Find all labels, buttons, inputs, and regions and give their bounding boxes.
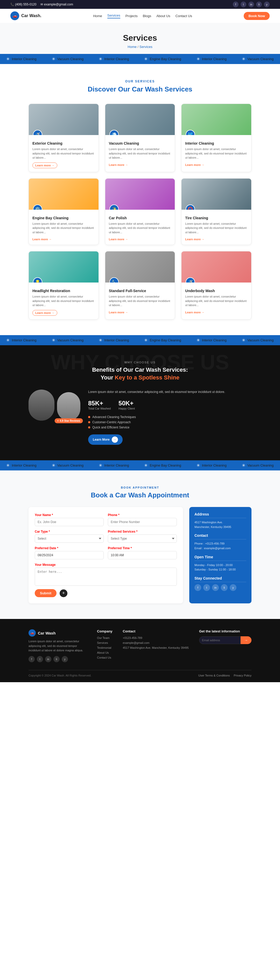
stat-clients-num: 50K+	[118, 400, 135, 407]
service-card-interior: 🪣 Interior Cleaning Lorem ipsum dolor si…	[181, 104, 251, 172]
service-learn-more-vacuum[interactable]: Learn more →	[109, 163, 128, 166]
ticker-3: ✳ Interior Cleaning ✳ Vacuum Cleaning ✳ …	[0, 460, 280, 471]
privacy-link[interactable]: Privacy Policy	[234, 674, 251, 677]
stat-cars-num: 85K+	[88, 400, 111, 407]
service-learn-more-polish[interactable]: Learn more →	[109, 238, 128, 241]
service-learn-more-underbody[interactable]: Learn more →	[185, 311, 204, 314]
info-youtube-icon[interactable]: y	[230, 584, 237, 591]
footer-logo: 🚗 Car Wash	[29, 629, 87, 636]
why-title-colored: Key to a Spotless Shine	[115, 374, 180, 381]
ticker3-item-6: ✳ Vacuum Cleaning	[242, 463, 274, 468]
form-group-car-type: Car Type * Select	[35, 530, 104, 543]
footer-twitter-icon[interactable]: t	[37, 656, 43, 662]
service-card-polish: ✨ Car Polish Lorem ipsum dolor sit amet,…	[105, 178, 175, 245]
service-learn-more-tire[interactable]: Learn more →	[185, 238, 204, 241]
footer-company-link-4[interactable]: Contact Us	[97, 656, 112, 659]
form-plus-button[interactable]: +	[60, 589, 67, 597]
review-badge-text: 4.9 Star Reviews	[60, 419, 80, 422]
service-card-img-tire: ⭕	[181, 178, 251, 210]
review-plus-icon: +	[57, 419, 59, 422]
service-learn-more-engine[interactable]: Learn more →	[32, 238, 52, 241]
service-card-desc-engine: Lorem ipsum dolor sit amet, consectetur …	[32, 222, 95, 235]
linkedin-icon[interactable]: li	[256, 2, 262, 7]
footer-youtube-icon[interactable]: y	[62, 656, 68, 662]
footer-company-link-1[interactable]: Services	[97, 641, 112, 644]
ticker-item-3: ✳ Interior Cleaning	[99, 57, 129, 61]
contact-title: Contact	[194, 533, 246, 539]
info-twitter-icon[interactable]: t	[203, 584, 210, 591]
contact-details: Phone : +0123-456-789 Email : example@gm…	[194, 541, 246, 550]
footer-linkedin-icon[interactable]: li	[53, 656, 60, 662]
info-instagram-icon[interactable]: in	[212, 584, 219, 591]
stat-clients: 50K+ Happy Client	[118, 400, 135, 410]
breadcrumb-home[interactable]: Home	[127, 45, 137, 49]
ticker-item-4: ✳ Engine Bay Cleaning	[144, 57, 181, 61]
nav-contact[interactable]: Contact Us	[175, 14, 192, 18]
review-badge: + 4.9 Star Reviews	[55, 418, 83, 423]
date-input[interactable]	[35, 551, 104, 559]
nav-projects[interactable]: Projects	[126, 14, 138, 18]
twitter-icon[interactable]: t	[240, 2, 246, 7]
footer-legal-links: User Terms & Conditions Privacy Policy	[195, 674, 251, 677]
service-card-desc-underbody: Lorem ipsum dolor sit amet, consectetur …	[185, 294, 248, 307]
info-linkedin-icon[interactable]: li	[221, 584, 228, 591]
name-input[interactable]	[35, 518, 104, 526]
nav-home[interactable]: Home	[93, 14, 102, 18]
youtube-icon[interactable]: y	[264, 2, 270, 7]
nav-services[interactable]: Services	[107, 13, 120, 18]
footer-instagram-icon[interactable]: in	[45, 656, 51, 662]
newsletter-input-row: →	[199, 636, 251, 644]
time-input[interactable]	[108, 551, 177, 559]
service-card-body-exterior: Exterior Cleaning Lorem ipsum dolor sit …	[29, 135, 99, 172]
message-textarea[interactable]	[35, 568, 177, 586]
service-icon-underbody: 🚿	[186, 277, 195, 283]
footer-company-link-3[interactable]: About Us	[97, 651, 112, 654]
ticker2-item-5: ✳ Interior Cleaning	[197, 338, 227, 343]
footer-newsletter-title: Get the latest information	[199, 629, 251, 633]
footer-company-link-0[interactable]: Our Team	[97, 636, 112, 640]
footer-company-link-2[interactable]: Testimonial	[97, 646, 112, 649]
why-features-list: Advanced Cleaning TechniquesCustomer-Cen…	[88, 415, 251, 429]
breadcrumb-current: Services	[140, 45, 153, 49]
message-label: Your Message	[35, 563, 177, 566]
learn-more-arrow-icon: →	[112, 436, 118, 443]
car-type-select[interactable]: Select	[35, 535, 104, 543]
service-learn-more-headlight[interactable]: Learn more →	[32, 310, 57, 316]
book-now-button[interactable]: Book Now	[244, 12, 270, 20]
main-nav: Home Services Projects Blogs About Us Co…	[93, 13, 192, 18]
newsletter-input[interactable]	[199, 636, 240, 644]
ticker2-star-3: ✳	[99, 338, 102, 343]
service-card-desc-fullservice: Lorem ipsum dolor sit amet, consectetur …	[109, 294, 171, 307]
why-images: + 4.9 Star Reviews	[29, 390, 80, 421]
footer-facebook-icon[interactable]: f	[29, 656, 35, 662]
service-learn-more-interior[interactable]: Learn more →	[185, 163, 204, 166]
instagram-icon[interactable]: in	[248, 2, 254, 7]
terms-link[interactable]: User Terms & Conditions	[198, 674, 230, 677]
ticker2-star-4: ✳	[144, 338, 148, 343]
service-icon-tire: ⭕	[186, 205, 195, 210]
form-row-date-time: Preferred Date * Preferred Time *	[35, 546, 177, 559]
feature-dot-1	[88, 421, 90, 423]
service-card-body-tire: Tire Cleaning Lorem ipsum dolor sit amet…	[181, 210, 251, 245]
footer-brand: 🚗 Car Wash Lorem ipsum dolor sit amet, c…	[29, 629, 87, 662]
why-desc: Lorem ipsum dolor sit amet, consectetur …	[88, 390, 251, 395]
nav-blogs[interactable]: Blogs	[143, 14, 151, 18]
learn-more-button[interactable]: Learn More →	[88, 434, 123, 445]
service-card-desc-tire: Lorem ipsum dolor sit amet, consectetur …	[185, 222, 248, 235]
form-row-car-service: Car Type * Select Preferred Services * S…	[35, 530, 177, 543]
service-card-title-polish: Car Polish	[109, 216, 171, 220]
newsletter-submit-button[interactable]: →	[240, 636, 251, 644]
phone-label: Phone *	[108, 513, 177, 517]
service-learn-more-exterior[interactable]: Learn more →	[32, 162, 57, 168]
service-card-desc-vacuum: Lorem ipsum dolor sit amet, consectetur …	[109, 147, 171, 160]
service-icon-interior: 🪣	[186, 130, 195, 135]
phone-input[interactable]	[108, 518, 177, 526]
submit-button[interactable]: Submit	[35, 589, 57, 597]
ticker-star-4: ✳	[144, 57, 148, 61]
nav-about[interactable]: About Us	[156, 14, 170, 18]
service-learn-more-fullservice[interactable]: Learn more →	[109, 311, 128, 314]
info-facebook-icon[interactable]: f	[194, 584, 201, 591]
preferred-service-select[interactable]: Select Type	[108, 535, 177, 543]
facebook-icon[interactable]: f	[233, 2, 239, 7]
appt-label: BOOK APPOINTMENT	[10, 486, 270, 489]
